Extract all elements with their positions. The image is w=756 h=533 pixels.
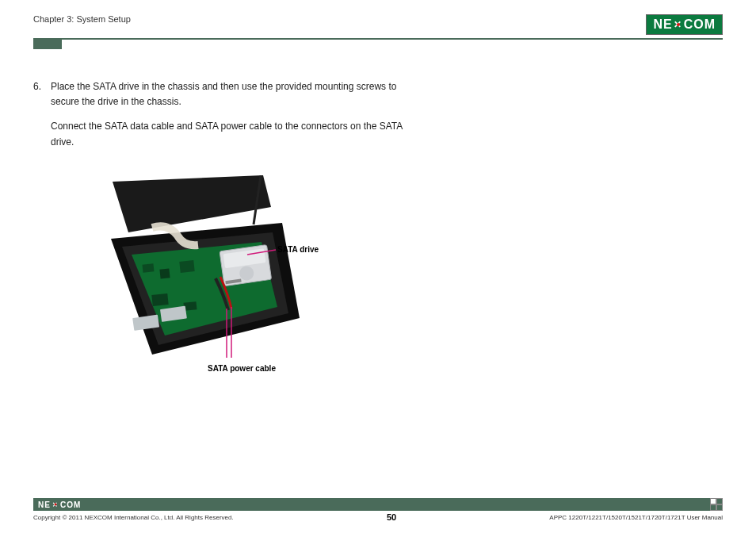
label-sata-drive: SATA drive — [277, 245, 319, 254]
page-number: 50 — [387, 512, 396, 522]
brand-logo: NE COM — [646, 14, 723, 35]
svg-rect-4 — [143, 263, 155, 272]
footer-brand-x-icon — [52, 500, 59, 508]
footer-logo: NE COM — [38, 498, 81, 511]
svg-rect-6 — [179, 260, 194, 273]
brand-right: COM — [684, 17, 716, 32]
brand-left: NE — [653, 17, 672, 32]
step-text-1: Place the SATA drive in the chassis and … — [51, 79, 414, 109]
footer-ornament — [710, 498, 723, 511]
header-divider — [33, 38, 723, 40]
svg-rect-7 — [151, 293, 168, 306]
copyright-text: Copyright © 2011 NEXCOM International Co… — [33, 514, 234, 521]
device-photo — [105, 175, 311, 358]
brand-x-icon — [674, 18, 683, 31]
svg-rect-5 — [159, 268, 170, 278]
chapter-title: Chapter 3: System Setup — [33, 14, 131, 24]
footer-bar: NE COM — [33, 498, 723, 511]
step-text-2: Connect the SATA data cable and SATA pow… — [51, 119, 414, 149]
footer-brand-right: COM — [60, 500, 81, 509]
figure: SATA drive SATA power cable — [105, 175, 374, 361]
step-number: 6. — [33, 79, 44, 159]
footer-brand-left: NE — [38, 500, 51, 509]
accent-block — [33, 40, 62, 49]
label-sata-power: SATA power cable — [208, 364, 276, 373]
manual-title: APPC 1220T/1221T/1520T/1521T/1720T/1721T… — [549, 514, 723, 521]
svg-marker-0 — [113, 175, 271, 232]
